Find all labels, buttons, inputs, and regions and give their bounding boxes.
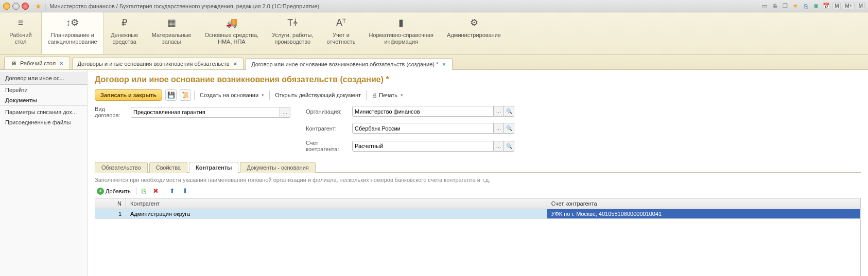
window-icon[interactable]: ▭ [760,2,769,10]
planning-icon: ↕⚙ [66,16,79,29]
nav-money[interactable]: ₽Денежные средства [104,12,145,54]
open-doc-button[interactable]: Открыть действующий документ [273,90,363,100]
sidebar-item-documents[interactable]: Документы [0,95,87,106]
m-button[interactable]: M [832,3,841,9]
select-button[interactable]: … [494,141,504,152]
desktop-icon: 🖥 [10,60,17,67]
move-down-icon[interactable]: ⬇ [180,186,190,196]
grid-icon: ▦ [167,16,176,29]
money-icon: ₽ [121,16,127,29]
m-plus-button[interactable]: M+ [843,3,854,9]
left-sidebar: Договор или иное ос... Перейти Документы… [0,70,88,276]
nav-planning[interactable]: ↕⚙Планирование и санкционирование [41,12,104,54]
nav-reports[interactable]: AᵀУчет и отчетность [320,12,362,54]
search-button[interactable]: 🔍 [504,123,514,134]
truck-icon: 🚚 [226,16,237,29]
book-icon: ▮ [398,16,404,29]
nav-materials[interactable]: ▦Материальные запасы [145,12,198,54]
calculator-icon[interactable]: 🖩 [812,2,820,10]
sidebar-item-goto[interactable]: Перейти [0,85,87,95]
copy-row-icon[interactable]: ⎘ [140,186,148,196]
kontragent-input[interactable] [352,123,494,134]
nav-admin[interactable]: ⚙Администрирование [440,12,508,54]
add-button[interactable]: +Добавить [95,187,133,196]
report-icon: Aᵀ [336,16,346,29]
sidebar-header: Договор или иное ос... [0,72,87,85]
schet-input[interactable] [352,141,494,152]
print-icon[interactable]: 🖶 [771,2,779,10]
select-button[interactable]: … [494,106,504,117]
plus-icon: + [97,188,104,195]
toolbar: Записать и закрыть 💾 📜 Создать на основа… [95,89,861,101]
col-kontragent[interactable]: Контрагент [126,198,547,209]
gear-icon: ⚙ [470,16,478,29]
nav-reference[interactable]: ▮Нормативно-справочная информация [362,12,440,54]
nav-assets[interactable]: 🚚Основные средства, НМА, НПА [198,12,266,54]
close-icon[interactable]: × [441,61,446,67]
m-last-button[interactable]: M [857,3,865,9]
scroll-icon[interactable]: 📜 [180,89,191,101]
window-btn-1[interactable] [3,3,10,10]
tab-desktop[interactable]: 🖥 Рабочий стол × [4,57,70,69]
nav-services[interactable]: T⸸Услуги, работы, производство [265,12,320,54]
search-button[interactable]: 🔍 [504,106,514,117]
tab-contract-create[interactable]: Договор или иное основание возникновения… [246,58,453,70]
favorite-icon[interactable]: ★ [35,2,42,10]
save-close-button[interactable]: Записать и закрыть [95,89,162,101]
main-area: Договор или иное ос... Перейти Документы… [0,70,868,276]
nav-desktop[interactable]: ≡Рабочий стол [0,12,41,54]
table-row[interactable]: 1 Администрация округа УФК по г. Москве,… [95,209,861,219]
print-button[interactable]: 🖨Печать [370,90,405,100]
organizatsia-input[interactable] [352,106,494,117]
col-n[interactable]: N [95,198,126,209]
tools-icon: T⸸ [287,16,298,29]
close-icon[interactable]: × [233,61,238,67]
calendar-icon[interactable]: 📅 [822,2,830,10]
ribbon-nav: ≡Рабочий стол ↕⚙Планирование и санкциони… [0,12,868,54]
save-icon[interactable]: 💾 [165,89,177,101]
list-toolbar: +Добавить ⎘ ✖ ⬆ ⬇ [95,186,861,196]
tab-bar: 🖥 Рабочий стол × Договоры и иные основан… [0,54,868,70]
itab-documents[interactable]: Документы - основания [240,162,315,173]
move-up-icon[interactable]: ⬆ [167,186,177,196]
vid-dogovora-input[interactable] [131,107,280,118]
window-btn-2[interactable] [12,3,20,10]
inner-tabs: Обязательство Свойства Контрагенты Докум… [95,161,861,173]
printer-icon: 🖨 [372,92,377,98]
copy-icon[interactable]: ❐ [781,2,789,10]
link-icon[interactable]: ⎘ [802,2,810,10]
create-based-button[interactable]: Создать на основании [198,90,266,100]
itab-contragents[interactable]: Контрагенты [189,162,238,173]
hint-text: Заполняется при необходимости указания н… [95,177,861,183]
window-btn-3[interactable] [22,3,29,10]
itab-obligation[interactable]: Обязательство [95,162,148,173]
organizatsia-label: Организация: [306,108,352,115]
col-schet[interactable]: Счет контрагента [547,198,860,209]
page-title: Договор или иное основание возникновения… [95,75,861,84]
vid-dogovora-label: Вид договора: [95,106,131,118]
select-button[interactable]: … [494,123,504,134]
kontragent-label: Контрагент: [306,125,352,132]
close-icon[interactable]: × [59,60,64,66]
search-button[interactable]: 🔍 [504,141,514,152]
select-button[interactable]: … [280,107,290,118]
titlebar: ★ | Министерство финансов / Бухгалтерия … [0,0,868,12]
window-controls [3,3,29,10]
star2-icon[interactable]: ★ [791,2,800,10]
sidebar-item-files[interactable]: Присоединенные файлы [0,117,87,127]
itab-properties[interactable]: Свойства [149,162,187,173]
tab-contracts[interactable]: Договоры и иные основания возникновения … [72,58,244,69]
sidebar-item-params[interactable]: Параметры списания дох... [0,107,87,117]
contragents-grid: N Контрагент Счет контрагента 1 Админист… [95,198,861,276]
delete-row-icon[interactable]: ✖ [151,186,161,196]
menu-icon: ≡ [18,16,24,29]
schet-label: Счет контрагента: [306,140,352,152]
content: Договор или иное основание возникновения… [88,70,868,276]
app-title: Министерство финансов / Бухгалтерия госу… [49,3,319,9]
